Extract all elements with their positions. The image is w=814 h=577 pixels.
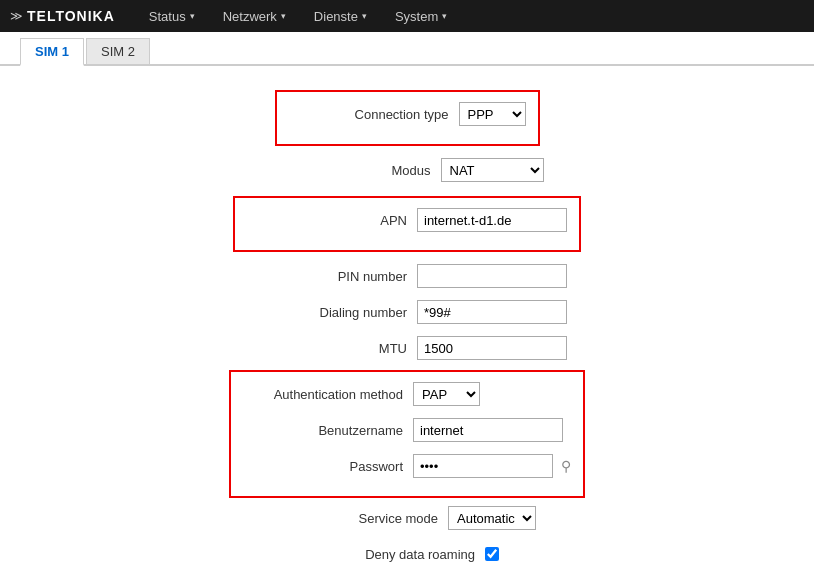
auth-method-control: PAP CHAP None bbox=[413, 382, 480, 406]
auth-method-label: Authentication method bbox=[243, 387, 413, 402]
tab-sim2[interactable]: SIM 2 bbox=[86, 38, 150, 64]
mtu-label: MTU bbox=[247, 341, 417, 356]
logo-icon: ≫ bbox=[10, 9, 23, 23]
apn-label: APN bbox=[247, 213, 417, 228]
pin-number-label: PIN number bbox=[247, 269, 417, 284]
connection-type-label: Connection type bbox=[289, 107, 459, 122]
dialing-number-input[interactable] bbox=[417, 300, 567, 324]
deny-roaming-control bbox=[485, 547, 499, 561]
mtu-row: MTU bbox=[40, 334, 774, 362]
main-content: Connection type PPP DHCP Modus NAT Passt… bbox=[0, 66, 814, 577]
dialing-number-row: Dialing number bbox=[40, 298, 774, 326]
pin-number-control bbox=[417, 264, 567, 288]
benutzername-row: Benutzername bbox=[243, 416, 571, 444]
modus-row: Modus NAT Passthrough Bridge bbox=[40, 156, 774, 184]
passwort-label: Passwort bbox=[243, 459, 413, 474]
apn-row: APN bbox=[247, 206, 567, 234]
benutzername-input[interactable] bbox=[413, 418, 563, 442]
deny-roaming-label: Deny data roaming bbox=[315, 547, 485, 562]
modus-select[interactable]: NAT Passthrough Bridge bbox=[441, 158, 544, 182]
service-mode-row: Service mode Automatic 2G only 3G only 4… bbox=[40, 504, 774, 532]
service-mode-control: Automatic 2G only 3G only 4G only bbox=[448, 506, 536, 530]
nav-status[interactable]: Status ▾ bbox=[135, 0, 209, 32]
modus-label: Modus bbox=[271, 163, 441, 178]
tab-bar: SIM 1 SIM 2 bbox=[0, 32, 814, 66]
deny-roaming-row: Deny data roaming bbox=[40, 540, 774, 568]
dialing-number-label: Dialing number bbox=[247, 305, 417, 320]
top-navigation: ≫ TELTONIKA Status ▾ Netzwerk ▾ Dienste … bbox=[0, 0, 814, 32]
tab-sim1[interactable]: SIM 1 bbox=[20, 38, 84, 66]
deny-roaming-checkbox[interactable] bbox=[485, 547, 499, 561]
service-mode-label: Service mode bbox=[278, 511, 448, 526]
chevron-down-icon: ▾ bbox=[190, 11, 195, 21]
mtu-control bbox=[417, 336, 567, 360]
chevron-down-icon: ▾ bbox=[362, 11, 367, 21]
mtu-input[interactable] bbox=[417, 336, 567, 360]
auth-method-row: Authentication method PAP CHAP None bbox=[243, 380, 571, 408]
passwort-input[interactable] bbox=[413, 454, 553, 478]
pin-number-row: PIN number bbox=[40, 262, 774, 290]
nav-menu: Status ▾ Netzwerk ▾ Dienste ▾ System ▾ bbox=[135, 0, 461, 32]
connection-type-row: Connection type PPP DHCP bbox=[289, 100, 526, 128]
auth-method-select[interactable]: PAP CHAP None bbox=[413, 382, 480, 406]
auth-group-highlight: Authentication method PAP CHAP None Benu… bbox=[229, 370, 585, 498]
apn-control bbox=[417, 208, 567, 232]
connection-type-control: PPP DHCP bbox=[459, 102, 526, 126]
chevron-down-icon: ▾ bbox=[442, 11, 447, 21]
connection-type-select[interactable]: PPP DHCP bbox=[459, 102, 526, 126]
service-mode-select[interactable]: Automatic 2G only 3G only 4G only bbox=[448, 506, 536, 530]
nav-system[interactable]: System ▾ bbox=[381, 0, 461, 32]
brand-name: TELTONIKA bbox=[27, 8, 115, 24]
apn-input[interactable] bbox=[417, 208, 567, 232]
nav-netzwerk[interactable]: Netzwerk ▾ bbox=[209, 0, 300, 32]
apn-highlight: APN bbox=[233, 196, 581, 252]
passwort-control: ⚲ bbox=[413, 454, 571, 478]
chevron-down-icon: ▾ bbox=[281, 11, 286, 21]
benutzername-label: Benutzername bbox=[243, 423, 413, 438]
pin-number-input[interactable] bbox=[417, 264, 567, 288]
password-toggle-icon[interactable]: ⚲ bbox=[561, 458, 571, 474]
modus-control: NAT Passthrough Bridge bbox=[441, 158, 544, 182]
connection-type-highlight: Connection type PPP DHCP bbox=[275, 90, 540, 146]
dialing-number-control bbox=[417, 300, 567, 324]
benutzername-control bbox=[413, 418, 563, 442]
nav-dienste[interactable]: Dienste ▾ bbox=[300, 0, 381, 32]
brand-logo: ≫ TELTONIKA bbox=[10, 8, 115, 24]
passwort-row: Passwort ⚲ bbox=[243, 452, 571, 480]
